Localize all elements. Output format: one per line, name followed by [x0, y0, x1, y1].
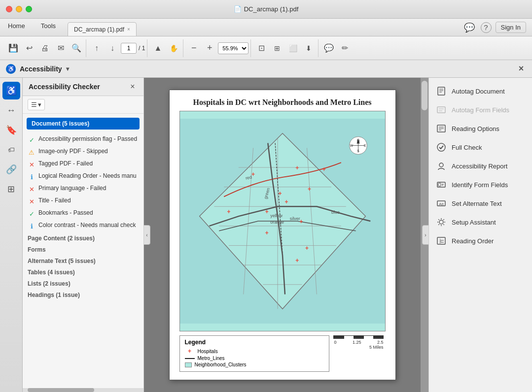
check-icon-info-reading: ℹ: [28, 173, 35, 181]
autotag-form-fields-icon: [436, 104, 447, 115]
file-tab-label: DC_arcmap (1).pdf: [74, 26, 124, 33]
draw-icon[interactable]: ✏: [337, 41, 352, 56]
check-item-permission[interactable]: ✓ Accessibility permission flag - Passed: [27, 133, 140, 146]
select-tool-icon[interactable]: ▲: [150, 41, 165, 56]
section-headings[interactable]: Headings (1 issue): [27, 289, 140, 300]
check-item-language[interactable]: ✕ Primary language - Failed: [27, 183, 140, 195]
check-item-reading-order[interactable]: ℹ Logical Reading Order - Needs manu: [27, 170, 140, 183]
sidebar-item-navigate[interactable]: ↔: [2, 101, 20, 119]
hand-tool-icon[interactable]: ✋: [166, 41, 181, 56]
accessibility-report-item[interactable]: Accessibility Report: [429, 157, 532, 175]
legend-metro-symbol: [185, 358, 195, 359]
comment-icon[interactable]: 💬: [321, 41, 336, 56]
expand-panel-button[interactable]: ›: [422, 225, 428, 245]
svg-point-49: [437, 143, 445, 151]
chat-icon[interactable]: 💬: [462, 20, 477, 35]
sign-in-button[interactable]: Sign In: [496, 22, 526, 33]
check-item-image-only[interactable]: ⚠ Image-only PDF - Skipped: [27, 146, 140, 158]
list-view-button[interactable]: ☰ ▾: [28, 99, 45, 110]
scale-bar: 0 1.25 2.5 5 Miles: [329, 333, 386, 350]
svg-text:W: W: [350, 144, 353, 147]
svg-point-50: [439, 163, 443, 167]
pdf-icon: 📄: [234, 5, 242, 13]
minimize-button[interactable]: [16, 6, 22, 12]
check-icon-pass-bookmarks: ✓: [28, 210, 35, 218]
print-icon[interactable]: 🖨: [37, 41, 52, 56]
document-issues-button[interactable]: Document (5 issues): [27, 118, 140, 130]
check-item-tagged[interactable]: ✕ Tagged PDF - Failed: [27, 158, 140, 170]
search-icon[interactable]: 🔍: [69, 41, 84, 56]
check-label-reading-order: Logical Reading Order - Needs manu: [38, 172, 137, 179]
sign-icon[interactable]: ⬇: [301, 41, 316, 56]
full-check-item[interactable]: Full Check: [429, 138, 532, 157]
save-icon[interactable]: 💾: [6, 41, 21, 56]
section-forms[interactable]: Forms: [27, 243, 140, 255]
prev-page-icon[interactable]: ↑: [89, 41, 104, 56]
section-alternate-text[interactable]: Alternate Text (5 issues): [27, 255, 140, 266]
next-page-icon[interactable]: ↓: [105, 41, 120, 56]
accessibility-dropdown-icon[interactable]: ▾: [66, 65, 69, 72]
mail-icon[interactable]: ✉: [53, 41, 68, 56]
sidebar-item-link[interactable]: 🔗: [2, 161, 20, 178]
section-lists[interactable]: Lists (2 issues): [27, 277, 140, 289]
check-icon-fail-title: ✕: [28, 197, 35, 205]
collapse-panel-button[interactable]: ‹: [144, 225, 150, 245]
legend-hospital-label: Hospitals: [198, 349, 218, 354]
window-title-text: DC_arcmap (1).pdf: [244, 5, 299, 13]
reading-order-item[interactable]: 12 Reading Order: [429, 231, 532, 250]
help-icon[interactable]: ?: [481, 22, 492, 33]
check-label-permission: Accessibility permission flag - Passed: [38, 135, 137, 142]
file-tab-close[interactable]: ×: [127, 27, 130, 32]
reading-order-label: Reading Order: [452, 237, 494, 245]
setup-assistant-item[interactable]: Setup Assistant: [429, 213, 532, 231]
svg-text:+: +: [295, 257, 299, 264]
insert-pages-icon[interactable]: ⊞: [270, 41, 284, 56]
pdf-map-title: Hospitals in DC wrt Neighborhoods and Me…: [179, 98, 386, 107]
check-label-bookmarks: Bookmarks - Passed: [38, 209, 93, 216]
svg-text:+: +: [265, 229, 268, 236]
zoom-out-icon[interactable]: −: [186, 41, 201, 56]
svg-text:+: +: [295, 164, 299, 171]
page-number-input[interactable]: [121, 43, 137, 54]
sidebar-item-bookmark[interactable]: 🔖: [2, 121, 20, 139]
autotag-document-item[interactable]: Autotag Document: [429, 82, 532, 100]
setup-assistant-label: Setup Assistant: [452, 219, 496, 226]
panel-title: Accessibility Checker: [29, 83, 100, 91]
set-alternate-text-label: Set Alternate Text: [452, 200, 502, 207]
map-svg: red green yellow silver orange blue + + …: [180, 111, 385, 331]
maximize-button[interactable]: [26, 6, 32, 12]
undo-icon[interactable]: ↩: [22, 41, 36, 56]
tab-tools[interactable]: Tools: [33, 19, 64, 33]
check-item-bookmarks[interactable]: ✓ Bookmarks - Passed: [27, 207, 140, 220]
sidebar-item-layers[interactable]: ⊞: [2, 180, 20, 198]
check-item-title[interactable]: ✕ Title - Failed: [27, 195, 140, 207]
pdf-page: Hospitals in DC wrt Neighborhoods and Me…: [169, 90, 396, 380]
accessibility-report-icon: [436, 161, 447, 171]
check-item-color-contrast[interactable]: ℹ Color contrast - Needs manual check: [27, 220, 140, 232]
accessibility-label: Accessibility: [20, 65, 62, 73]
fit-page-icon[interactable]: ⊡: [254, 41, 269, 56]
full-check-label: Full Check: [452, 144, 482, 151]
zoom-select[interactable]: 55.9% 25% 50% 75% 100%: [218, 42, 248, 54]
map-container: red green yellow silver orange blue + + …: [179, 111, 386, 331]
section-page-content[interactable]: Page Content (2 issues): [27, 232, 140, 243]
set-alternate-text-item[interactable]: Alt Set Alternate Text: [429, 194, 532, 213]
pdf-canvas: Hospitals in DC wrt Neighborhoods and Me…: [144, 78, 421, 392]
accessibility-close-button[interactable]: ×: [515, 63, 527, 75]
export-icon[interactable]: ⬜: [285, 41, 300, 56]
panel-horizontal-scrollbar[interactable]: [23, 388, 143, 392]
check-icon-pass: ✓: [28, 136, 35, 144]
tab-home[interactable]: Home: [0, 19, 33, 33]
window-controls: [6, 6, 32, 12]
check-icon-warn: ⚠: [28, 148, 35, 156]
panel-close-button[interactable]: ×: [128, 82, 138, 92]
zoom-in-icon[interactable]: +: [202, 41, 217, 56]
sidebar-item-accessibility[interactable]: ♿: [2, 82, 20, 99]
reading-options-item[interactable]: Reading Options: [429, 119, 532, 138]
identify-form-fields-item[interactable]: Identify Form Fields: [429, 175, 532, 194]
close-button[interactable]: [6, 6, 12, 12]
sidebar-item-tag[interactable]: 🏷: [2, 141, 20, 159]
section-tables[interactable]: Tables (4 issues): [27, 266, 140, 277]
reading-options-icon: [436, 123, 447, 134]
file-tab[interactable]: DC_arcmap (1).pdf ×: [68, 22, 137, 36]
